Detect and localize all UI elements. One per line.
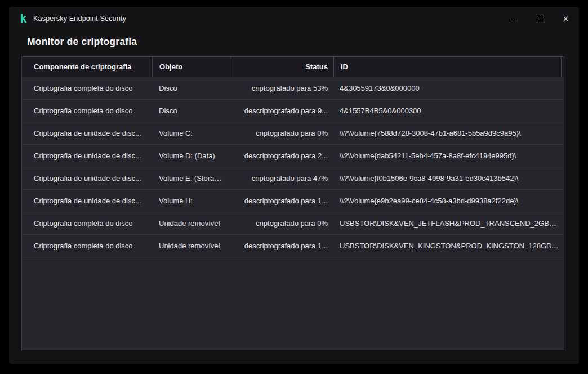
cell-object: Unidade removível	[152, 219, 231, 228]
column-header-component[interactable]: Componente de criptografia	[22, 57, 152, 77]
minimize-icon	[510, 19, 516, 19]
table-body: Criptografia completa do disco Disco cri…	[22, 77, 564, 257]
cell-status: criptografado para 0%	[231, 129, 333, 137]
table-header-row: Componente de criptografia Objeto Status…	[22, 57, 564, 77]
cell-component: Criptografia de unidade de disc...	[22, 197, 152, 205]
cell-object: Unidade removível	[152, 242, 231, 250]
cell-object: Disco	[152, 84, 231, 92]
cell-object: Volume H:	[152, 197, 231, 205]
cell-component: Criptografia de unidade de disc...	[22, 129, 152, 137]
cell-object: Disco	[152, 106, 231, 115]
cell-component: Criptografia de unidade de disc...	[22, 152, 152, 160]
cell-id: \\?\Volume{f0b1506e-9ca8-4998-9a31-ed30c…	[333, 174, 564, 182]
cell-object: Volume C:	[152, 129, 231, 137]
column-header-object[interactable]: Objeto	[152, 57, 231, 77]
cell-id: 4&1557B4B5&0&000300	[333, 106, 564, 115]
cell-component: Criptografia completa do disco	[22, 106, 152, 115]
maximize-button[interactable]	[526, 7, 553, 30]
cell-status: descriptografado para 1...	[231, 242, 333, 250]
cell-status: criptografado para 47%	[231, 174, 333, 182]
cell-component: Criptografia completa do disco	[22, 242, 152, 250]
cell-object: Volume E: (Storage)	[152, 174, 231, 182]
close-icon: ✕	[563, 15, 569, 23]
cell-component: Criptografia de unidade de disc...	[22, 174, 152, 182]
cell-status: descriptografado para 2...	[231, 152, 333, 160]
window-controls: ✕	[500, 7, 579, 30]
close-button[interactable]: ✕	[553, 7, 579, 30]
cell-id: USBSTOR\DISK&VEN_KINGSTON&PROD_KINGSTON_…	[333, 242, 564, 250]
table-row[interactable]: Criptografia completa do disco Disco cri…	[22, 77, 564, 100]
column-header-status[interactable]: Status	[231, 57, 333, 77]
cell-status: criptografado para 0%	[231, 219, 333, 228]
cell-object: Volume D: (Data)	[152, 152, 231, 160]
app-title: Kaspersky Endpoint Security	[33, 15, 126, 23]
maximize-icon	[537, 16, 542, 21]
cell-id: \\?\Volume{7588d728-3008-47b1-a681-5b5a9…	[333, 129, 564, 137]
kaspersky-logo-icon: k	[18, 14, 28, 24]
table-row[interactable]: Criptografia de unidade de disc... Volum…	[22, 190, 564, 212]
table-row[interactable]: Criptografia completa do disco Disco des…	[22, 100, 564, 122]
cell-id: \\?\Volume{dab54211-5eb4-457a-8a8f-efc41…	[333, 152, 564, 160]
cell-component: Criptografia completa do disco	[22, 219, 152, 228]
minimize-button[interactable]	[500, 7, 526, 30]
encryption-monitor-table: Componente de criptografia Objeto Status…	[21, 56, 564, 350]
cell-status: criptografado para 53%	[231, 84, 333, 92]
table-row[interactable]: Criptografia completa do disco Unidade r…	[22, 235, 564, 257]
cell-id: USBSTOR\DISK&VEN_JETFLASH&PROD_TRANSCEND…	[333, 219, 564, 228]
table-row[interactable]: Criptografia de unidade de disc... Volum…	[22, 145, 564, 167]
table-row[interactable]: Criptografia de unidade de disc... Volum…	[22, 167, 564, 190]
cell-status: descriptografado para 9...	[231, 106, 333, 115]
table-row[interactable]: Criptografia completa do disco Unidade r…	[22, 212, 564, 235]
cell-status: descriptografado para 1...	[231, 197, 333, 205]
cell-id: 4&30559173&0&000000	[333, 84, 564, 92]
column-header-id[interactable]: ID	[333, 57, 564, 77]
cell-id: \\?\Volume{e9b2ea99-ce84-4c58-a3bd-d9938…	[333, 197, 564, 205]
header-gutter-divider	[561, 57, 562, 77]
titlebar[interactable]: k Kaspersky Endpoint Security ✕	[9, 7, 579, 30]
table-row[interactable]: Criptografia de unidade de disc... Volum…	[22, 122, 564, 145]
app-window: k Kaspersky Endpoint Security ✕ Monitor …	[9, 7, 579, 364]
cell-component: Criptografia completa do disco	[22, 84, 152, 92]
page-title: Monitor de criptografia	[27, 36, 137, 48]
